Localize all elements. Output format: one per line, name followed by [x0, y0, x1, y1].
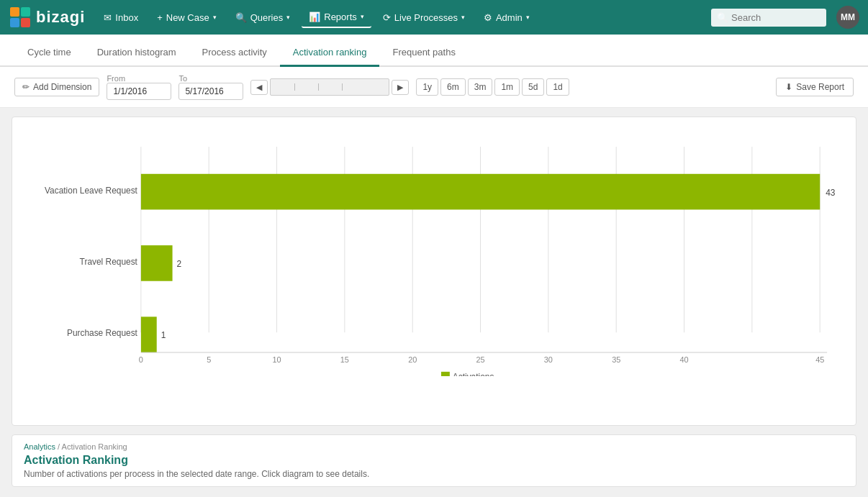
reports-caret: ▾: [361, 13, 364, 20]
breadcrumb: Analytics / Activation Ranking: [24, 442, 844, 451]
svg-text:43: 43: [826, 188, 836, 198]
svg-rect-2: [10, 18, 19, 27]
queries-icon: 🔍: [235, 12, 247, 23]
svg-text:20: 20: [408, 355, 417, 364]
svg-text:5: 5: [207, 355, 211, 364]
chart-container: Vacation Leave Request 43 Travel Request…: [12, 117, 856, 426]
to-date-input[interactable]: [178, 83, 243, 100]
bar-vacation[interactable]: [141, 174, 820, 210]
live-processes-icon: ⟳: [383, 12, 391, 23]
admin-nav[interactable]: ⚙ Admin ▾: [476, 8, 537, 27]
top-navigation: bizagi ✉ Inbox + New Case ▾ 🔍 Queries ▾ …: [0, 0, 868, 35]
svg-text:25: 25: [476, 355, 484, 364]
new-case-icon: +: [157, 12, 163, 23]
svg-text:Vacation Leave Request: Vacation Leave Request: [45, 186, 138, 196]
tabs-bar: Cycle time Duration histogram Process ac…: [0, 35, 868, 67]
tab-process-activity[interactable]: Process activity: [189, 40, 280, 67]
from-label: From: [107, 74, 171, 83]
slider-container: ◀ ▶: [250, 78, 409, 96]
from-date-input[interactable]: [107, 83, 171, 100]
slider-next-button[interactable]: ▶: [392, 80, 409, 95]
legend-color: [441, 372, 450, 376]
new-case-nav[interactable]: + New Case ▾: [150, 8, 224, 27]
time-btn-1y[interactable]: 1y: [416, 78, 438, 96]
svg-text:1: 1: [161, 330, 166, 340]
bar-travel[interactable]: [141, 245, 173, 281]
slider-prev-button[interactable]: ◀: [250, 80, 268, 95]
save-report-button[interactable]: ⬇ Save Report: [776, 78, 854, 96]
logo: bizagi: [9, 6, 85, 29]
report-title: Activation Ranking: [24, 454, 844, 467]
queries-nav[interactable]: 🔍 Queries ▾: [228, 8, 298, 27]
search-input[interactable]: [711, 9, 826, 27]
admin-icon: ⚙: [484, 12, 492, 23]
time-btn-1m[interactable]: 1m: [494, 78, 520, 96]
svg-text:40: 40: [679, 355, 688, 364]
svg-text:15: 15: [340, 355, 349, 364]
live-processes-nav[interactable]: ⟳ Live Processes ▾: [376, 8, 472, 27]
breadcrumb-current: Activation Ranking: [62, 442, 127, 451]
svg-text:10: 10: [272, 355, 281, 364]
save-icon: ⬇: [785, 82, 792, 92]
slider-track[interactable]: [270, 78, 389, 96]
svg-text:30: 30: [544, 355, 553, 364]
bottom-info: Analytics / Activation Ranking Activatio…: [12, 434, 856, 487]
reports-icon: 📊: [309, 12, 320, 22]
breadcrumb-parent-link[interactable]: Analytics: [24, 442, 55, 451]
svg-rect-0: [10, 7, 19, 17]
time-btn-5d[interactable]: 5d: [522, 78, 544, 96]
tab-duration-histogram[interactable]: Duration histogram: [84, 40, 189, 67]
svg-text:2: 2: [177, 259, 182, 269]
chart-svg[interactable]: Vacation Leave Request 43 Travel Request…: [27, 132, 841, 376]
time-btn-3m[interactable]: 3m: [468, 78, 493, 96]
svg-text:0: 0: [139, 355, 143, 364]
live-processes-caret: ▾: [461, 14, 465, 21]
inbox-nav[interactable]: ✉ Inbox: [96, 8, 145, 27]
new-case-caret: ▾: [213, 14, 217, 21]
svg-text:Purchase Request: Purchase Request: [67, 328, 138, 338]
time-btn-6m[interactable]: 6m: [440, 78, 466, 96]
bar-purchase[interactable]: [141, 316, 157, 352]
svg-text:45: 45: [815, 355, 824, 364]
time-btn-1d[interactable]: 1d: [546, 78, 569, 96]
from-label-group: From: [107, 74, 171, 100]
report-description: Number of activations per process in the…: [24, 469, 844, 479]
to-label: To: [178, 74, 243, 83]
inbox-icon: ✉: [104, 12, 112, 23]
filter-bar: ✏ Add Dimension From To ◀ ▶ 1y 6m 3m 1m …: [0, 67, 868, 108]
tab-cycle-time[interactable]: Cycle time: [14, 40, 84, 67]
legend-label: Activations: [453, 372, 494, 376]
search-wrapper: 🔍: [711, 9, 826, 27]
queries-caret: ▾: [286, 14, 290, 21]
tab-activation-ranking[interactable]: Activation ranking: [280, 40, 380, 67]
svg-text:35: 35: [612, 355, 620, 364]
svg-rect-1: [21, 7, 30, 17]
add-dimension-icon: ✏: [22, 82, 30, 92]
add-dimension-button[interactable]: ✏ Add Dimension: [14, 78, 99, 96]
logo-text: bizagi: [36, 8, 85, 27]
svg-rect-3: [21, 18, 30, 27]
tab-frequent-paths[interactable]: Frequent paths: [379, 40, 468, 67]
to-label-group: To: [178, 74, 243, 100]
avatar[interactable]: MM: [836, 6, 859, 29]
reports-nav[interactable]: 📊 Reports ▾: [302, 7, 371, 28]
admin-caret: ▾: [526, 14, 530, 21]
time-buttons-group: 1y 6m 3m 1m 5d 1d: [416, 78, 569, 96]
svg-text:Travel Request: Travel Request: [80, 257, 138, 267]
